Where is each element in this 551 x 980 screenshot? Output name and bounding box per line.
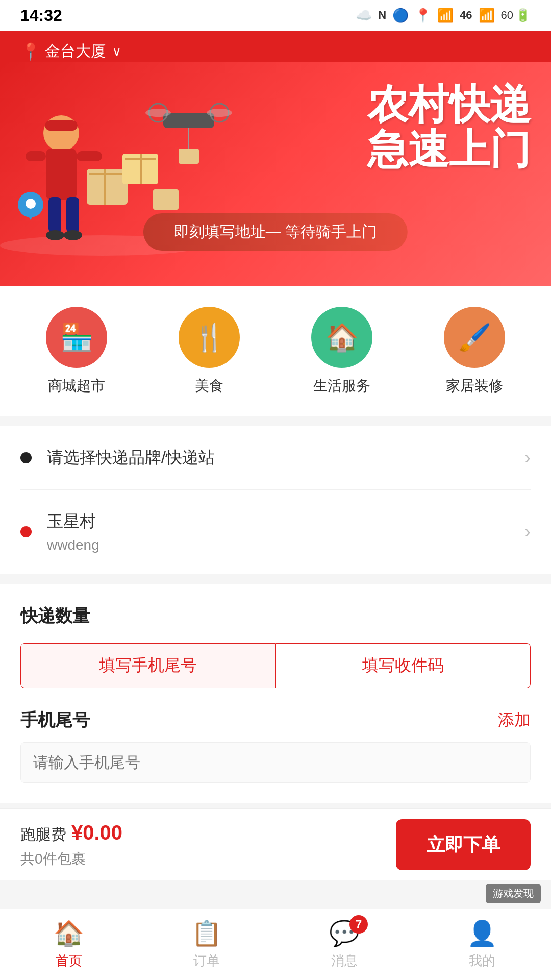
fee-count: 共0件包裹	[20, 849, 122, 869]
header: 📍 金台大厦 ∨	[0, 31, 551, 62]
status-icons: ☁️ N 🔵 📍 📶 46 📶 60 🔋	[356, 8, 531, 23]
svg-rect-5	[77, 151, 102, 161]
fee-info: 跑腿费 ¥0.00 共0件包裹	[20, 821, 122, 869]
category-item-food[interactable]: 🍴 美食	[179, 307, 240, 396]
phone-tail-label: 手机尾号	[20, 708, 90, 732]
watermark: 游戏发现	[486, 884, 541, 903]
fee-amount: ¥0.00	[71, 821, 122, 844]
cloud-icon: ☁️	[356, 8, 372, 23]
category-icon-food: 🍴	[179, 307, 240, 368]
fee-row: 跑腿费 ¥0.00	[20, 821, 122, 845]
order-button[interactable]: 立即下单	[396, 819, 531, 870]
fee-label: 跑腿费	[20, 824, 66, 845]
location-chevron-icon: ∨	[112, 44, 121, 59]
category-icon-mall: 🏪	[46, 307, 107, 368]
fee-value: 0.00	[83, 821, 122, 844]
battery-icon: 60 🔋	[501, 8, 531, 22]
banner-title-2: 急速上门	[367, 127, 531, 172]
svg-rect-20	[163, 113, 214, 128]
add-phone-link[interactable]: 添加	[498, 709, 531, 731]
status-time: 14:32	[20, 6, 62, 25]
pickup-brand-row[interactable]: 请选择快递品牌/快递站 ›	[20, 426, 531, 490]
mine-nav-label: 我的	[469, 952, 495, 970]
svg-rect-12	[104, 169, 106, 205]
svg-rect-3	[45, 120, 78, 131]
address-chevron-icon: ›	[524, 521, 531, 543]
location-selector[interactable]: 📍 金台大厦 ∨	[20, 41, 121, 62]
signal-icon: 📶	[479, 8, 495, 23]
svg-point-8	[46, 230, 64, 240]
wifi-icon: 📶	[437, 8, 454, 23]
bottom-bar: 跑腿费 ¥0.00 共0件包裹 立即下单	[0, 808, 551, 880]
svg-rect-2	[46, 149, 77, 200]
messages-badge: 7	[349, 915, 368, 934]
bottom-nav: 🏠 首页 📋 订单 💬 7 消息 👤 我的	[0, 909, 551, 980]
status-bar: 14:32 ☁️ N 🔵 📍 📶 46 📶 60 🔋	[0, 0, 551, 31]
fee-symbol: ¥	[71, 821, 83, 844]
orders-nav-icon: 📋	[191, 919, 222, 948]
category-grid: 🏪 商城超市 🍴 美食 🏠 生活服务 🖌️ 家居装修	[10, 307, 541, 396]
banner-subtitle[interactable]: 即刻填写地址— 等待骑手上门	[143, 213, 408, 251]
home-nav-label: 首页	[56, 952, 82, 970]
phone-tail-section: 手机尾号 添加	[20, 708, 531, 783]
category-icon-life: 🏠	[311, 307, 372, 368]
category-section: 🏪 商城超市 🍴 美食 🏠 生活服务 🖌️ 家居装修	[0, 286, 551, 416]
svg-rect-16	[153, 189, 179, 210]
category-item-life[interactable]: 🏠 生活服务	[311, 307, 372, 396]
nav-item-home[interactable]: 🏠 首页	[54, 919, 84, 970]
messages-nav-label: 消息	[331, 952, 358, 970]
banner: 农村快递 急速上门 即刻填写地址— 等待骑手上门	[0, 62, 551, 286]
tab-tracking-code[interactable]: 填写收件码	[276, 643, 531, 688]
category-item-home[interactable]: 🖌️ 家居装修	[444, 307, 505, 396]
tab-phone-tail[interactable]: 填写手机尾号	[20, 643, 276, 688]
quantity-title: 快递数量	[20, 604, 531, 628]
nav-item-mine[interactable]: 👤 我的	[467, 919, 497, 970]
location-icon: 📍	[20, 42, 41, 61]
svg-point-19	[26, 199, 36, 209]
phone-tail-header: 手机尾号 添加	[20, 708, 531, 732]
category-label-mall: 商城超市	[48, 376, 105, 396]
mine-nav-icon: 👤	[467, 919, 497, 948]
bluetooth-icon: 🔵	[392, 8, 409, 23]
brand-dot	[20, 452, 32, 463]
brand-chevron-icon: ›	[524, 447, 531, 469]
watermark-text: 游戏发现	[493, 888, 534, 899]
svg-rect-11	[89, 173, 125, 175]
quantity-section: 快递数量 填写手机尾号 填写收件码 手机尾号 添加	[0, 584, 551, 803]
svg-rect-4	[26, 151, 46, 161]
svg-point-24	[207, 109, 232, 117]
svg-rect-15	[140, 154, 142, 184]
location-text: 金台大厦	[45, 41, 106, 62]
messages-nav-icon: 💬 7	[329, 919, 360, 948]
category-icon-home: 🖌️	[444, 307, 505, 368]
pickup-section: 请选择快递品牌/快递站 › 玉星村 wwdeng ›	[0, 426, 551, 574]
pickup-brand-info: 请选择快递品牌/快递站	[47, 447, 524, 469]
4g-icon: 46	[460, 9, 472, 22]
nav-item-messages[interactable]: 💬 7 消息	[329, 919, 360, 970]
home-nav-icon: 🏠	[54, 919, 84, 948]
pickup-village-name: 玉星村	[47, 510, 524, 533]
svg-rect-6	[48, 197, 61, 233]
category-label-food: 美食	[195, 376, 223, 396]
svg-rect-26	[179, 149, 199, 164]
pickup-address-info: 玉星村 wwdeng	[47, 510, 524, 553]
nfc-icon: N	[378, 9, 386, 22]
category-item-mall[interactable]: 🏪 商城超市	[46, 307, 107, 396]
svg-point-23	[145, 109, 171, 117]
pickup-brand-placeholder: 请选择快递品牌/快递站	[47, 448, 215, 467]
orders-nav-label: 订单	[193, 952, 220, 970]
pickup-user-code: wwdeng	[47, 537, 524, 553]
phone-tail-input[interactable]	[20, 742, 531, 783]
banner-text: 农村快递 急速上门	[367, 82, 531, 172]
svg-point-9	[64, 230, 82, 240]
quantity-tabs: 填写手机尾号 填写收件码	[20, 643, 531, 688]
category-label-life: 生活服务	[313, 376, 370, 396]
nav-item-orders[interactable]: 📋 订单	[191, 919, 222, 970]
pickup-address-row[interactable]: 玉星村 wwdeng ›	[20, 490, 531, 574]
location-pin-icon: 📍	[415, 8, 431, 23]
banner-title-1: 农村快递	[367, 82, 531, 127]
svg-rect-7	[66, 197, 79, 233]
address-dot	[20, 526, 32, 537]
category-label-home: 家居装修	[446, 376, 503, 396]
